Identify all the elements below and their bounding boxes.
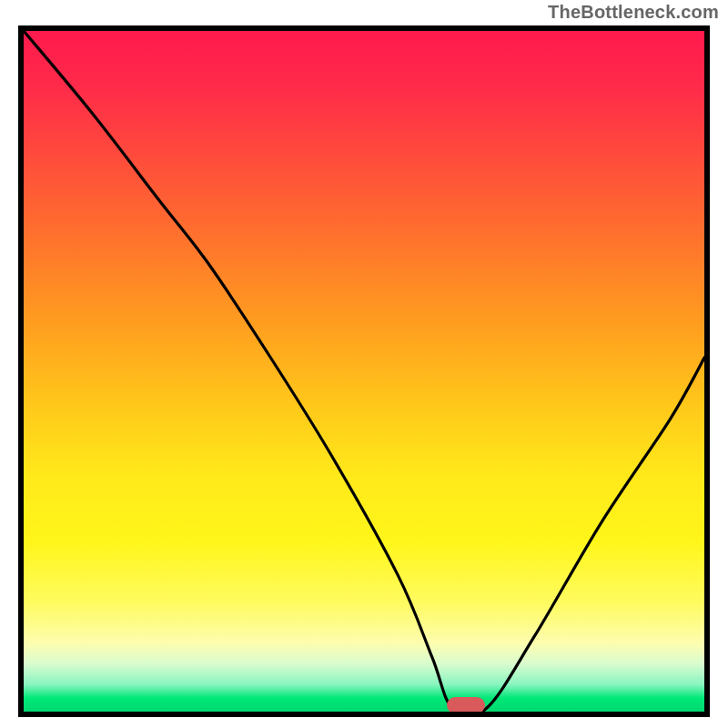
plot-frame xyxy=(18,25,710,717)
line-plot xyxy=(24,31,704,712)
chart-container: TheBottleneck.com xyxy=(0,0,728,728)
watermark-text: TheBottleneck.com xyxy=(548,2,719,23)
optimum-marker xyxy=(447,697,485,713)
bottleneck-curve xyxy=(24,31,704,712)
